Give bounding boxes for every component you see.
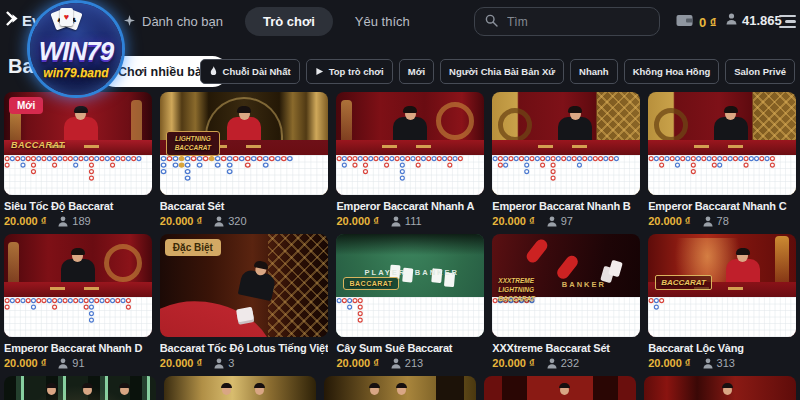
playing-cards-icon: ♠♥♣ bbox=[57, 8, 81, 26]
menu-icon[interactable] bbox=[779, 15, 796, 28]
dealer-figure bbox=[393, 108, 427, 143]
min-bet-value: 20.000 ₫ bbox=[160, 215, 202, 227]
win79-logo-text: WIN79 bbox=[24, 36, 128, 67]
filter-chip-3[interactable]: Mới bbox=[399, 59, 434, 84]
next-row-preview bbox=[4, 376, 796, 400]
game-tile-2[interactable]: LIGHTNING BACCARATBaccarat Sét20.000 ₫32… bbox=[160, 92, 329, 234]
dealer-figure bbox=[227, 108, 261, 143]
scoreboard-road bbox=[160, 155, 329, 195]
game-tile-preview-multi-table-studio[interactable] bbox=[4, 376, 156, 400]
game-tile-10[interactable]: BACCARATBaccarat Lộc Vàng20.000 ₫313 bbox=[648, 234, 796, 376]
player-count-value: 232 bbox=[561, 357, 579, 369]
player-count: 111 bbox=[391, 215, 422, 227]
dealer-figure bbox=[726, 250, 760, 285]
game-title: Baccarat Tốc Độ Lotus Tiếng Việt bbox=[160, 342, 329, 354]
game-meta: 20.000 ₫97 bbox=[492, 215, 640, 227]
game-tile-preview-golden-sparkle-studio[interactable] bbox=[164, 376, 316, 400]
tile-badge-special: Đặc Biệt bbox=[165, 239, 221, 256]
game-title: Siêu Tốc Độ Baccarat bbox=[4, 200, 152, 212]
player-count: 213 bbox=[391, 357, 423, 369]
dealer-figure bbox=[47, 385, 56, 395]
dealer-figure bbox=[723, 385, 732, 395]
scoreboard-road bbox=[4, 155, 152, 195]
nav-item-favorites[interactable]: Yêu thích bbox=[343, 7, 422, 36]
filter-chip-5[interactable]: Nhanh bbox=[570, 59, 618, 84]
wallet-icon bbox=[676, 13, 694, 31]
win79-domain-text: win79.band bbox=[24, 66, 128, 80]
game-meta: 20.000 ₫320 bbox=[160, 215, 329, 227]
game-thumbnail bbox=[336, 92, 484, 195]
filter-chip-label: Nhanh bbox=[579, 66, 609, 77]
win79-logo[interactable]: ♠♥♣ WIN79 win79.band bbox=[24, 0, 140, 98]
game-meta: 20.000 ₫189 bbox=[4, 215, 152, 227]
game-thumbnail bbox=[492, 92, 640, 195]
scoreboard-road bbox=[648, 155, 796, 195]
player-count: 232 bbox=[547, 357, 579, 369]
dealer-figure bbox=[64, 108, 98, 143]
game-tile-4[interactable]: Emperor Baccarat Nhanh B20.000 ₫97 bbox=[492, 92, 640, 234]
player-count: 313 bbox=[703, 357, 735, 369]
person-icon bbox=[726, 13, 737, 28]
table-edge-decor bbox=[648, 140, 796, 155]
player-count-value: 189 bbox=[72, 215, 90, 227]
game-tile-8[interactable]: PLAYERBANKERBACCARATCây Sum Suê Baccarat… bbox=[336, 234, 484, 376]
game-tile-preview-golden-room-studio[interactable] bbox=[324, 376, 476, 400]
min-bet-value: 20.000 ₫ bbox=[4, 215, 46, 227]
game-thumbnail bbox=[648, 92, 796, 195]
dealer-figure bbox=[61, 250, 95, 285]
player-count: 78 bbox=[703, 215, 729, 227]
player-count-value: 111 bbox=[405, 215, 422, 227]
search-box[interactable] bbox=[474, 7, 660, 36]
player-count: 320 bbox=[214, 215, 246, 227]
table-edge-decor bbox=[4, 282, 152, 297]
game-emblem: XXXTREME LIGHTNING BACCARAT bbox=[498, 277, 558, 303]
table-label: PLAYER bbox=[365, 268, 407, 277]
nav-item-games[interactable]: Trò chơi bbox=[245, 7, 333, 36]
game-tile-5[interactable]: Emperor Baccarat Nhanh C20.000 ₫78 bbox=[648, 92, 796, 234]
game-meta: 20.000 ₫91 bbox=[4, 357, 152, 369]
game-tile-3[interactable]: Emperor Baccarat Nhanh A20.000 ₫111 bbox=[336, 92, 484, 234]
player-count: 97 bbox=[547, 215, 573, 227]
online-count: 41.865 bbox=[742, 13, 782, 28]
game-emblem: BACCARAT bbox=[655, 275, 712, 290]
filter-chip-6[interactable]: Không Hoa Hồng bbox=[624, 59, 720, 84]
game-tile-preview-red-lantern-room[interactable] bbox=[484, 376, 636, 400]
filter-chip-4[interactable]: Người Chia Bài Bản Xứ bbox=[440, 59, 564, 84]
game-grid: BACCARATMớiSiêu Tốc Độ Baccarat20.000 ₫1… bbox=[4, 92, 796, 376]
table-edge-decor bbox=[492, 140, 640, 155]
scoreboard-road bbox=[492, 155, 640, 195]
dealer-figure bbox=[120, 385, 129, 395]
filter-chip-label: Mới bbox=[408, 66, 425, 77]
wallet-balance[interactable]: 0 ₫ bbox=[676, 13, 717, 31]
tile-badge-new: Mới bbox=[9, 97, 43, 114]
game-emblem: BACCARAT bbox=[343, 277, 398, 290]
scoreboard-road bbox=[4, 297, 152, 337]
player-count-value: 3 bbox=[228, 357, 234, 369]
filter-chip-7[interactable]: Salon Privé bbox=[725, 59, 795, 84]
game-tile-7[interactable]: Đặc BiệtBaccarat Tốc Độ Lotus Tiếng Việt… bbox=[160, 234, 329, 376]
scoreboard-road bbox=[648, 297, 796, 337]
wall-lattice-decor bbox=[268, 234, 329, 337]
table-edge-decor bbox=[336, 140, 484, 155]
filter-chip-1[interactable]: Chuỗi Dài Nhất bbox=[200, 59, 300, 84]
game-title: Emperor Baccarat Nhanh A bbox=[336, 200, 484, 212]
filter-chip-label: Chuỗi Dài Nhất bbox=[223, 66, 291, 77]
game-thumbnail: BANKERXXXTREME LIGHTNING BACCARAT bbox=[492, 234, 640, 337]
evolution-icon bbox=[6, 11, 19, 29]
game-tile-6[interactable]: Emperor Baccarat Nhanh D20.000 ₫91 bbox=[4, 234, 152, 376]
player-count-value: 213 bbox=[405, 357, 423, 369]
min-bet-value: 20.000 ₫ bbox=[160, 357, 202, 369]
dealer-figure bbox=[558, 108, 592, 143]
search-input[interactable] bbox=[505, 14, 649, 30]
table-label: BANKER bbox=[562, 280, 606, 289]
game-tile-1[interactable]: BACCARATMớiSiêu Tốc Độ Baccarat20.000 ₫1… bbox=[4, 92, 152, 234]
filter-chip-2[interactable]: Top trò chơi bbox=[306, 59, 393, 84]
game-tile-9[interactable]: BANKERXXXTREME LIGHTNING BACCARATXXXtrem… bbox=[492, 234, 640, 376]
players-online: 41.865 bbox=[726, 13, 782, 28]
dealer-figure bbox=[370, 385, 379, 395]
game-meta: 20.000 ₫313 bbox=[648, 357, 796, 369]
game-tile-preview-blossom-lantern-room[interactable] bbox=[644, 376, 796, 400]
player-count-value: 313 bbox=[717, 357, 735, 369]
player-count-value: 320 bbox=[228, 215, 246, 227]
scoreboard-road bbox=[336, 155, 484, 195]
